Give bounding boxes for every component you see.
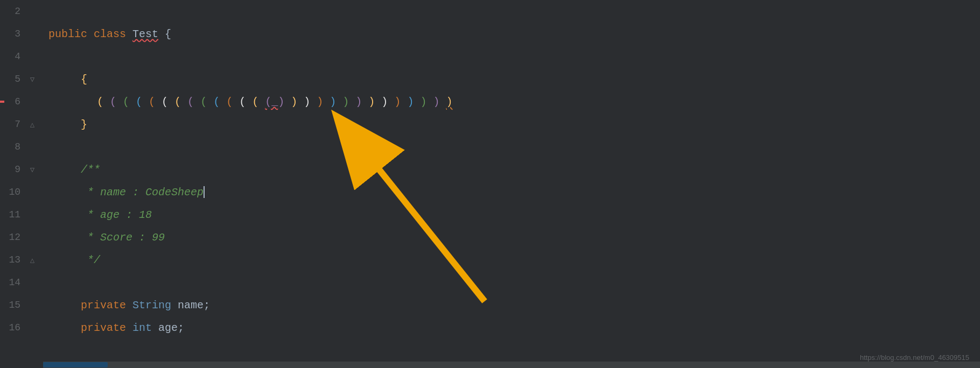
javadoc-open: /** (81, 164, 100, 176)
paren-10: ( (213, 96, 226, 108)
cp-7: ) (368, 96, 381, 108)
line-number-9: 9 (0, 158, 27, 181)
cp-8: ) (355, 96, 368, 108)
scrollbar-area[interactable] (43, 362, 980, 368)
line-number-16: 16 (0, 316, 27, 339)
code-line-6: ( ( ( ( ( ( ( ( ( ( ( ( ( (_) ) ) ) ) ) … (48, 90, 980, 113)
line-row-12: 12 (0, 226, 43, 249)
paren-4: ( (136, 96, 149, 108)
cp-1: ) (446, 96, 452, 108)
line-numbers: 2 3 4 5 ▽ 6 (0, 0, 43, 339)
code-line-3: public class Test { (48, 23, 980, 45)
code-line-10: * name : CodeSheep (48, 181, 980, 203)
red-marker (0, 101, 4, 103)
cp-11: ) (317, 96, 330, 108)
line-number-3: 3 (0, 23, 27, 45)
line-row-4: 4 (0, 45, 43, 68)
line-row-15: 15 (0, 294, 43, 316)
keyword-class: class (94, 28, 132, 40)
cp-13: ) (291, 96, 304, 108)
cp-12: ) (304, 96, 317, 108)
paren-8: ( (187, 96, 200, 108)
paren-2: ( (110, 96, 123, 108)
doc-score-line: * Score : 99 (81, 231, 165, 244)
cp-5: ) (394, 96, 407, 108)
line-number-7: 7 (0, 113, 27, 136)
line-row-11: 11 (0, 203, 43, 226)
paren-9: ( (200, 96, 213, 108)
cp-6: ) (381, 96, 394, 108)
paren-13: ( (252, 96, 265, 108)
keyword-private-16: private (81, 322, 132, 334)
open-brace-5: { (81, 73, 87, 86)
line-number-13: 13 (0, 249, 27, 271)
watermark: https://blog.csdn.net/m0_46309515 (860, 353, 969, 362)
keyword-private-15: private (81, 299, 132, 312)
code-line-16: private int age; (48, 316, 980, 339)
code-line-9: /** (48, 158, 980, 181)
brace-open: { (158, 28, 171, 40)
line-row-7: 7 △ (0, 113, 43, 136)
code-line-8 (48, 136, 980, 158)
javadoc-close: */ (81, 254, 100, 266)
doc-name-line: * name : CodeSheep (81, 186, 204, 199)
code-line-5: { (48, 68, 980, 90)
keyword-public: public (48, 28, 94, 40)
line-number-14: 14 (0, 271, 27, 294)
fold-5: ▽ (27, 75, 38, 84)
paren-close-14: ) (278, 96, 291, 108)
line-number-12: 12 (0, 226, 27, 249)
line-row-16: 16 (0, 316, 43, 339)
code-line-11: * age : 18 (48, 203, 980, 226)
code-line-7: } (48, 113, 980, 136)
paren-12: ( (239, 96, 252, 108)
code-area: public class Test { { ( ( ( ( ( ( ( ( ( … (43, 0, 980, 368)
cp-2: ) (433, 96, 446, 108)
line-number-2: 2 (0, 0, 27, 23)
type-int: int (132, 322, 158, 334)
code-line-2 (48, 0, 980, 23)
class-name: Test (132, 28, 158, 40)
cp-3: ) (420, 96, 433, 108)
line-number-5: 5 (0, 68, 27, 90)
code-line-4 (48, 45, 980, 68)
paren-11: ( (226, 96, 239, 108)
line-number-4: 4 (0, 45, 27, 68)
paren-6: ( (162, 96, 174, 108)
line-number-10: 10 (0, 181, 27, 203)
line-row-13: 13 △ (0, 249, 43, 271)
code-line-15: private String name; (48, 294, 980, 316)
line-number-15: 15 (0, 294, 27, 316)
cp-9: ) (342, 96, 355, 108)
code-line-12: * Score : 99 (48, 226, 980, 249)
fold-7: △ (27, 120, 38, 129)
cp-4: ) (407, 96, 420, 108)
line-row-8: 8 (0, 136, 43, 158)
paren-1: ( (97, 96, 110, 108)
paren-3: ( (123, 96, 136, 108)
doc-age-line: * age : 18 (81, 209, 152, 221)
close-brace-7: } (81, 118, 87, 131)
fold-9: ▽ (27, 165, 38, 174)
paren-7: ( (174, 96, 187, 108)
type-string: String (132, 299, 178, 312)
line-row-3: 3 (0, 23, 43, 45)
fold-13: △ (27, 256, 38, 265)
line-row-10: 10 (0, 181, 43, 203)
code-line-14 (48, 271, 980, 294)
var-name: name; (178, 299, 210, 312)
line-row-5: 5 ▽ (0, 68, 43, 90)
scrollbar-thumb[interactable] (43, 362, 108, 367)
var-age: age; (158, 322, 184, 334)
paren-5: ( (149, 96, 162, 108)
editor-container: 2 3 4 5 ▽ 6 (0, 0, 980, 368)
line-number-11: 11 (0, 203, 27, 226)
line-row-9: 9 ▽ (0, 158, 43, 181)
paren-14: (_ (265, 96, 278, 108)
line-gutter: 2 3 4 5 ▽ 6 (0, 0, 43, 368)
line-row-6: 6 (0, 90, 43, 113)
line-number-8: 8 (0, 136, 27, 158)
line-row-2: 2 (0, 0, 43, 23)
cp-10: ) (330, 96, 342, 108)
line-row-14: 14 (0, 271, 43, 294)
